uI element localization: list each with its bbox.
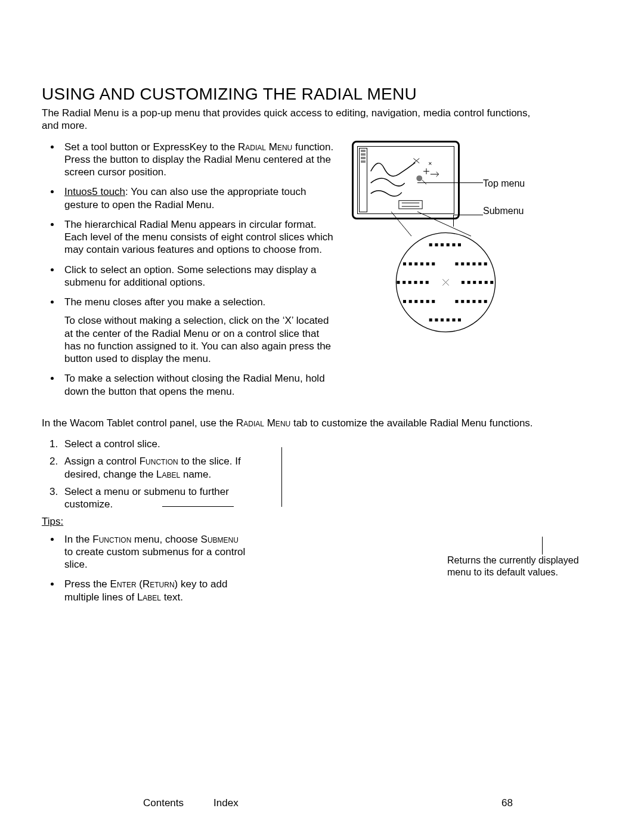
svg-text:▪▪▪▪▪▪: ▪▪▪▪▪▪ xyxy=(461,277,496,286)
bullet-item: Click to select an option. Some selectio… xyxy=(61,264,334,289)
intuos5-touch-link[interactable]: Intuos5 touch xyxy=(64,186,125,197)
bullet-item: The hierarchical Radial Menu appears in … xyxy=(61,218,334,256)
page-number: 68 xyxy=(501,797,513,809)
two-column-section: Set a tool button or ExpressKey to the R… xyxy=(42,141,602,406)
svg-text:▪▪▪▪▪▪: ▪▪▪▪▪▪ xyxy=(402,296,437,305)
feature-bullets: Set a tool button or ExpressKey to the R… xyxy=(42,141,334,398)
tips-link[interactable]: Tips xyxy=(42,516,61,527)
mid-paragraph: In the Wacom Tablet control panel, use t… xyxy=(42,417,561,429)
svg-text:▪▪▪▪▪▪: ▪▪▪▪▪▪ xyxy=(454,258,489,267)
svg-text:▪▪▪▪▪▪: ▪▪▪▪▪▪ xyxy=(396,277,431,286)
intro-text: The Radial Menu is a pop-up menu that pr… xyxy=(42,107,531,132)
index-link[interactable]: Index xyxy=(213,797,239,809)
svg-text:▪▪▪▪▪▪: ▪▪▪▪▪▪ xyxy=(429,240,463,249)
bullet-item: Set a tool button or ExpressKey to the R… xyxy=(61,141,334,179)
customize-steps: Select a control slice. Assign a control… xyxy=(42,438,258,510)
manual-page: USING AND CUSTOMIZING THE RADIAL MENU Th… xyxy=(0,0,644,833)
leader-line xyxy=(453,215,454,227)
returns-note: Returns the currently displayed menu to … xyxy=(447,555,584,578)
svg-text:▪▪▪▪▪▪: ▪▪▪▪▪▪ xyxy=(402,258,437,267)
contents-link[interactable]: Contents xyxy=(143,797,184,809)
page-footer: Contents Index 68 xyxy=(0,797,644,809)
step-item: Select a control slice. xyxy=(61,438,258,450)
radial-menu-diagram: ✕ Top menu xyxy=(346,141,590,361)
svg-text:▪▪▪▪▪▪: ▪▪▪▪▪▪ xyxy=(429,315,463,324)
bullet-item: The menu closes after you make a selecti… xyxy=(61,296,334,365)
tip-item: In the Function menu, choose Submenu to … xyxy=(61,533,246,571)
tip-item: Press the Enter (Return) key to add mult… xyxy=(61,578,246,603)
bullet-item: To make a selection without closing the … xyxy=(61,372,334,398)
step-item: Assign a control Function to the slice. … xyxy=(61,455,258,481)
leader-line xyxy=(453,215,483,215)
page-heading: USING AND CUSTOMIZING THE RADIAL MENU xyxy=(42,83,602,104)
bullet-item: Intuos5 touch: You can also use the appr… xyxy=(61,185,334,211)
diagram-label-submenu: Submenu xyxy=(483,205,524,217)
radial-menu-icon: ▪▪▪▪▪▪ ▪▪▪▪▪▪ ▪▪▪▪▪▪ ▪▪▪▪▪▪ ▪▪▪▪▪▪ ▪▪▪▪▪… xyxy=(394,230,498,335)
leader-line xyxy=(542,537,543,555)
step-item: Select a menu or submenu to further cust… xyxy=(61,485,258,511)
svg-text:▪▪▪▪▪▪: ▪▪▪▪▪▪ xyxy=(454,296,489,305)
